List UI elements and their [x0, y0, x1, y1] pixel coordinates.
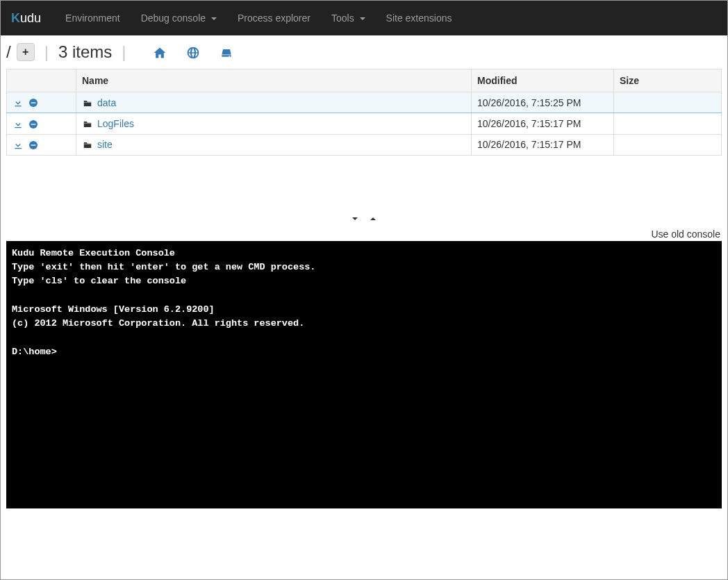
- breadcrumb: / +: [6, 42, 35, 62]
- file-link[interactable]: site: [97, 139, 113, 150]
- download-icon[interactable]: [13, 97, 24, 108]
- download-icon[interactable]: [13, 139, 24, 151]
- cell-modified: 10/26/2016, 7:15:17 PM: [472, 113, 614, 134]
- caret-down-icon: [211, 17, 217, 20]
- svg-rect-3: [31, 124, 36, 124]
- delete-icon[interactable]: [28, 117, 39, 129]
- col-header-name: Name: [76, 69, 472, 92]
- file-link[interactable]: data: [97, 97, 116, 108]
- download-icon[interactable]: [13, 117, 24, 129]
- toolbar: / + | 3 items |: [1, 35, 727, 69]
- home-icon[interactable]: [153, 44, 167, 60]
- table-row[interactable]: LogFiles 10/26/2016, 7:15:17 PM: [7, 113, 722, 134]
- splitter: [1, 156, 727, 229]
- nav-process-explorer[interactable]: Process explorer: [227, 2, 321, 34]
- file-link[interactable]: LogFiles: [97, 118, 134, 129]
- nav-environment[interactable]: Environment: [55, 2, 131, 34]
- add-button[interactable]: +: [17, 43, 35, 61]
- separator: |: [122, 42, 126, 62]
- col-header-size: Size: [614, 69, 722, 92]
- brand[interactable]: Kudu: [11, 1, 41, 36]
- table-row[interactable]: data 10/26/2016, 7:15:25 PM: [7, 92, 722, 113]
- folder-icon: [82, 97, 93, 108]
- nav-tools[interactable]: Tools: [321, 2, 376, 34]
- folder-icon: [82, 139, 93, 150]
- caret-down-icon: [360, 17, 365, 20]
- nav-debug-console[interactable]: Debug console: [131, 2, 227, 34]
- chevron-up-icon[interactable]: [367, 211, 379, 225]
- globe-icon[interactable]: [186, 44, 200, 60]
- delete-icon[interactable]: [28, 97, 39, 108]
- cell-modified: 10/26/2016, 7:15:25 PM: [472, 92, 614, 113]
- file-table: Name Modified Size data 10/26/2016, 7:15…: [6, 69, 722, 156]
- svg-rect-5: [31, 144, 36, 145]
- console-output[interactable]: Kudu Remote Execution Console Type 'exit…: [6, 241, 722, 508]
- cell-modified: 10/26/2016, 7:15:17 PM: [472, 134, 614, 155]
- use-old-console-link[interactable]: Use old console: [1, 229, 727, 241]
- navbar: Kudu Environment Debug console Process e…: [1, 1, 727, 35]
- cell-size: [614, 92, 722, 113]
- folder-icon: [82, 118, 93, 129]
- col-header-modified: Modified: [472, 69, 614, 92]
- chevron-down-icon[interactable]: [349, 211, 361, 225]
- delete-icon[interactable]: [28, 139, 39, 151]
- cell-size: [614, 113, 722, 134]
- disk-icon[interactable]: [220, 44, 233, 60]
- breadcrumb-root[interactable]: /: [6, 42, 11, 62]
- separator: |: [44, 42, 49, 62]
- table-row[interactable]: site 10/26/2016, 7:15:17 PM: [7, 134, 722, 155]
- nav-site-extensions[interactable]: Site extensions: [376, 2, 463, 34]
- col-header-actions: [7, 69, 76, 92]
- svg-rect-1: [31, 103, 36, 103]
- cell-size: [614, 134, 722, 155]
- items-count: 3 items: [58, 42, 112, 62]
